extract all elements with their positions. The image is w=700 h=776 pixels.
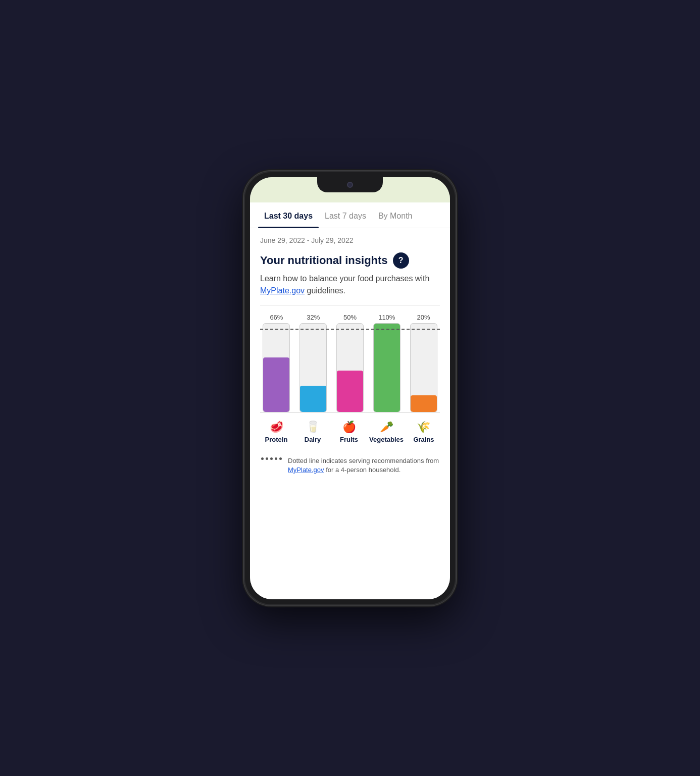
section-title: Your nutritional insights: [260, 254, 388, 267]
grains-icon: 🌾: [417, 421, 430, 434]
vegetables-icon: 🥕: [380, 421, 393, 434]
icon-group-dairy: 🥛Dairy: [296, 421, 329, 443]
icon-group-vegetables: 🥕Vegetables: [369, 421, 404, 443]
dairy-label: Dairy: [305, 436, 321, 443]
fruits-label: Fruits: [340, 436, 358, 443]
protein-icon: 🥩: [270, 421, 283, 434]
bar-percent-dairy: 32%: [307, 314, 320, 321]
dashed-100-line: [260, 329, 440, 330]
phone-frame: Last 30 days Last 7 days By Month June 2…: [244, 171, 456, 605]
grains-label: Grains: [413, 436, 434, 443]
bar-fill-fruits: [337, 371, 363, 412]
tab-bar: Last 30 days Last 7 days By Month: [250, 202, 450, 228]
camera: [347, 182, 353, 188]
icons-row: 🥩Protein🥛Dairy🍎Fruits🥕Vegetables🌾Grains: [260, 421, 440, 443]
bar-percent-vegetables: 110%: [378, 314, 395, 321]
fruits-icon: 🍎: [342, 421, 356, 434]
legend-text: Dotted line indicates serving recommenda…: [288, 456, 440, 475]
content-area: Last 30 days Last 7 days By Month June 2…: [250, 202, 450, 599]
vegetables-label: Vegetables: [369, 436, 404, 443]
chart-baseline: [260, 412, 440, 412]
bar-percent-fruits: 50%: [343, 314, 357, 321]
icon-group-grains: 🌾Grains: [408, 421, 440, 443]
date-range: June 29, 2022 - July 29, 2022: [260, 236, 440, 244]
legend-myplate-link[interactable]: MyPlate.gov: [288, 466, 324, 474]
bar-track-fruits: [336, 323, 364, 412]
bar-percent-grains: 20%: [417, 314, 430, 321]
bar-percent-protein: 66%: [270, 314, 283, 321]
bar-fill-dairy: [300, 386, 326, 412]
notch: [317, 177, 383, 192]
bar-track-protein: [263, 323, 290, 412]
bar-fill-vegetables: [374, 323, 400, 412]
protein-label: Protein: [265, 436, 288, 443]
section-description: Learn how to balance your food purchases…: [260, 273, 440, 297]
myplate-link-desc[interactable]: MyPlate.gov: [260, 286, 305, 295]
bar-track-dairy: [299, 323, 327, 412]
bar-fill-grains: [411, 395, 437, 412]
legend: Dotted line indicates serving recommenda…: [260, 456, 440, 475]
bar-fill-protein: [263, 357, 289, 412]
icon-group-protein: 🥩Protein: [260, 421, 292, 443]
section-header: Your nutritional insights ?: [260, 252, 440, 269]
legend-dots: [260, 456, 283, 460]
bars-row: 66%32%50%110%20%: [260, 314, 440, 415]
tab-bymonth[interactable]: By Month: [372, 202, 419, 228]
bar-track-grains: [410, 323, 437, 412]
dairy-icon: 🥛: [306, 421, 320, 434]
help-icon[interactable]: ?: [393, 252, 409, 269]
chart-container: 66%32%50%110%20% 🥩Protein🥛Dairy🍎Fruits🥕V…: [260, 314, 440, 448]
tab-last30[interactable]: Last 30 days: [258, 202, 319, 228]
tab-last7[interactable]: Last 7 days: [319, 202, 372, 228]
icon-group-fruits: 🍎Fruits: [333, 421, 365, 443]
bar-track-vegetables: [373, 323, 401, 412]
notch-area: [250, 177, 450, 202]
main-content: June 29, 2022 - July 29, 2022 Your nutri…: [250, 228, 450, 483]
divider: [260, 305, 440, 305]
phone-screen: Last 30 days Last 7 days By Month June 2…: [250, 177, 450, 599]
